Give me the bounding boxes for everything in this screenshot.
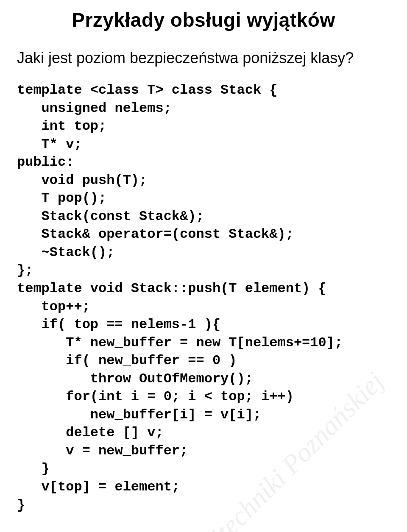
- code-block: template <class T> class Stack { unsigne…: [17, 81, 390, 514]
- page-title: Przykłady obsługi wyjątków: [17, 8, 390, 31]
- subtitle-text: Jaki jest poziom bezpieczeństwa poniższe…: [17, 49, 390, 67]
